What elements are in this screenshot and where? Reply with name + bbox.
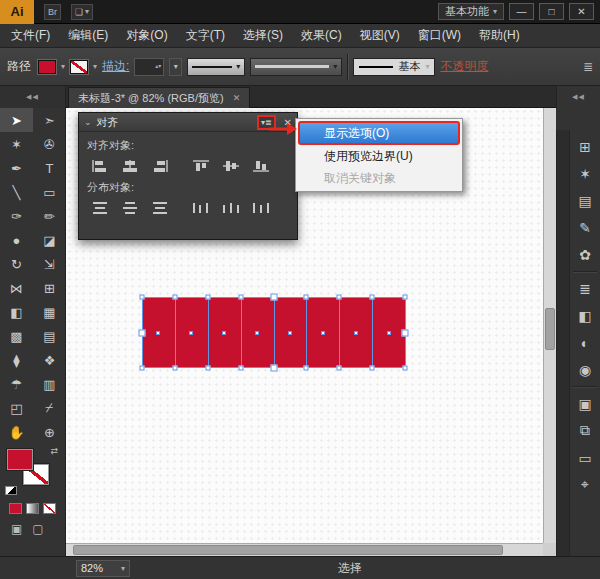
swap-fill-stroke-icon[interactable]: ⇄: [50, 446, 58, 456]
fill-color-swatch[interactable]: [38, 60, 56, 74]
bbox-handle[interactable]: [402, 329, 409, 336]
fill-dropdown-arrow-icon[interactable]: ▾: [61, 62, 65, 71]
scale-tool-icon[interactable]: ⇲: [33, 252, 66, 276]
stroke-weight-input[interactable]: ▴▾: [134, 58, 164, 76]
pen-tool-icon[interactable]: ✒: [0, 156, 33, 180]
bbox-handle[interactable]: [270, 294, 277, 301]
type-tool-icon[interactable]: T: [33, 156, 66, 180]
blend-tool-icon[interactable]: ❖: [33, 348, 66, 372]
stroke-weight-stepper-icon[interactable]: ▴▾: [155, 63, 161, 70]
menu-item-4[interactable]: 文字(T): [177, 24, 234, 47]
vertical-scrollbar[interactable]: [543, 108, 556, 543]
vertical-distribute-bottom-icon[interactable]: [147, 198, 173, 217]
rectangle-tool-icon[interactable]: ▭: [33, 180, 66, 204]
menu-item-7[interactable]: 视图(V): [351, 24, 409, 47]
vertical-scrollbar-thumb[interactable]: [545, 308, 555, 350]
width-profile-dropdown[interactable]: ▾: [187, 58, 245, 76]
color-button[interactable]: [9, 503, 22, 514]
menu-item-6[interactable]: 效果(C): [292, 24, 351, 47]
menu-item-2[interactable]: 编辑(E): [59, 24, 117, 47]
vertical-align-bottom-icon[interactable]: [248, 156, 274, 175]
vertical-align-middle-icon[interactable]: [218, 156, 244, 175]
pencil-tool-icon[interactable]: ✏: [33, 204, 66, 228]
bbox-handle[interactable]: [270, 365, 277, 372]
zoom-dropdown-arrow-icon[interactable]: ▾: [121, 564, 125, 573]
layers-panel-icon[interactable]: ⧉: [571, 417, 599, 444]
horizontal-align-center-icon[interactable]: [117, 156, 143, 175]
dock-collapse-button[interactable]: ◀◀: [556, 86, 600, 108]
brush-definition-dropdown[interactable]: ▾: [250, 58, 342, 76]
vertical-distribute-top-icon[interactable]: [87, 198, 113, 217]
menu-item-9[interactable]: 帮助(H): [470, 24, 529, 47]
menu-item-1[interactable]: 文件(F): [2, 24, 59, 47]
perspective-grid-tool-icon[interactable]: ▦: [33, 300, 66, 324]
mesh-tool-icon[interactable]: ▩: [0, 324, 33, 348]
menu-item-5[interactable]: 选择(S): [234, 24, 292, 47]
arrange-documents-icon[interactable]: ❏ ▾: [71, 4, 93, 20]
swatches-panel-icon[interactable]: ▤: [571, 187, 599, 214]
align-panel-header[interactable]: ⌄ 对齐 ▾≣ ✕: [79, 113, 297, 132]
lasso-tool-icon[interactable]: ✇: [33, 132, 66, 156]
none-button[interactable]: [43, 503, 56, 514]
color-guide-panel-icon[interactable]: ✶: [571, 160, 599, 187]
eraser-tool-icon[interactable]: ◪: [33, 228, 66, 252]
gradient-button[interactable]: [26, 503, 39, 514]
context-menu-item-2[interactable]: 使用预览边界(U): [298, 145, 460, 167]
document-tab[interactable]: 未标题-3* @ 82% (RGB/预览) ✕: [68, 87, 250, 108]
horizontal-scrollbar[interactable]: [66, 543, 543, 556]
eyedropper-tool-icon[interactable]: ⧫: [0, 348, 33, 372]
zoom-level-select[interactable]: 82% ▾: [76, 560, 130, 577]
menu-item-8[interactable]: 窗口(W): [409, 24, 470, 47]
context-menu-item-1[interactable]: 显示选项(O): [298, 121, 460, 145]
artboard-tool-icon[interactable]: ◰: [0, 396, 33, 420]
vertical-align-top-icon[interactable]: [188, 156, 214, 175]
menu-item-3[interactable]: 对象(O): [117, 24, 176, 47]
magic-wand-tool-icon[interactable]: ✶: [0, 132, 33, 156]
width-tool-icon[interactable]: ⋈: [0, 276, 33, 300]
drawing-modes-button[interactable]: ▣: [11, 522, 22, 536]
horizontal-distribute-left-icon[interactable]: [188, 198, 214, 217]
minimize-button[interactable]: —: [509, 3, 534, 20]
opacity-link[interactable]: 不透明度: [440, 58, 488, 75]
horizontal-align-right-icon[interactable]: [147, 156, 173, 175]
artboards-panel-icon[interactable]: ▭: [571, 444, 599, 471]
screen-mode-button[interactable]: ▢: [32, 522, 43, 536]
horizontal-scrollbar-thumb[interactable]: [73, 545, 503, 555]
stroke-panel-icon[interactable]: ≣: [571, 275, 599, 302]
gradient-tool-icon[interactable]: ▤: [33, 324, 66, 348]
horizontal-distribute-center-icon[interactable]: [218, 198, 244, 217]
direct-selection-tool-icon[interactable]: ➣: [33, 108, 66, 132]
graphic-style-dropdown[interactable]: 基本 ▾: [353, 58, 435, 76]
workspace-switcher-button[interactable]: 基本功能 ▾: [438, 3, 504, 20]
toolbar-fill-swatch[interactable]: [7, 449, 33, 470]
symbols-panel-icon[interactable]: ✿: [571, 241, 599, 268]
panel-collapse-icon[interactable]: ⌄: [84, 117, 92, 127]
line-segment-tool-icon[interactable]: ╲: [0, 180, 33, 204]
stroke-color-swatch[interactable]: [70, 60, 88, 74]
tab-close-icon[interactable]: ✕: [233, 93, 241, 103]
graphic-styles-panel-icon[interactable]: ▣: [571, 390, 599, 417]
slice-tool-icon[interactable]: ⌿: [33, 396, 66, 420]
transparency-panel-icon[interactable]: ◐: [571, 329, 599, 356]
navigator-panel-icon[interactable]: ⌖: [571, 471, 599, 498]
close-button[interactable]: ✕: [569, 3, 594, 20]
rotate-tool-icon[interactable]: ↻: [0, 252, 33, 276]
horizontal-distribute-right-icon[interactable]: [248, 198, 274, 217]
selection-tool-icon[interactable]: ➤: [0, 108, 33, 132]
brushes-panel-icon[interactable]: ✎: [571, 214, 599, 241]
default-fill-stroke-icon[interactable]: [5, 486, 17, 495]
horizontal-align-left-icon[interactable]: [87, 156, 113, 175]
hand-tool-icon[interactable]: ✋: [0, 420, 33, 444]
stroke-dropdown-arrow-icon[interactable]: ▾: [93, 62, 97, 71]
shape-builder-tool-icon[interactable]: ◧: [0, 300, 33, 324]
color-panel-icon[interactable]: ⊞: [571, 133, 599, 160]
maximize-button[interactable]: □: [539, 3, 564, 20]
zoom-tool-icon[interactable]: ⊕: [33, 420, 66, 444]
canvas[interactable]: ⌄ 对齐 ▾≣ ✕ 对齐对象: 分布对象: 显示选项(O)使用预览边界(U)取消…: [66, 108, 543, 543]
control-panel-menu-icon[interactable]: ≣: [583, 60, 593, 74]
paintbrush-tool-icon[interactable]: ✑: [0, 204, 33, 228]
stroke-weight-dropdown[interactable]: ▾: [169, 58, 182, 76]
appearance-panel-icon[interactable]: ◉: [571, 356, 599, 383]
blob-brush-tool-icon[interactable]: ●: [0, 228, 33, 252]
free-transform-tool-icon[interactable]: ⊞: [33, 276, 66, 300]
